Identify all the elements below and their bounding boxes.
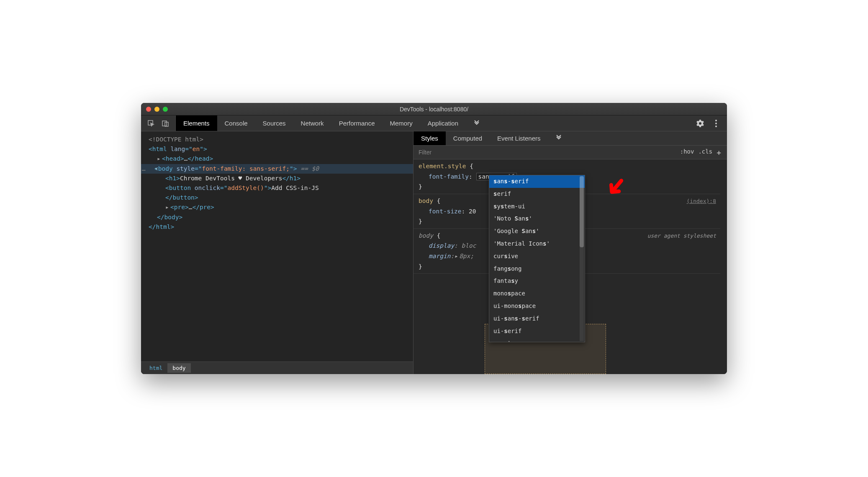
panel-tabs: Elements Console Sources Network Perform… (176, 115, 689, 131)
breadcrumb: html body (141, 362, 413, 374)
toolbar-right-icons (689, 115, 727, 131)
main-split: <!DOCTYPE html> <html lang="en"> ▸<head>… (141, 131, 727, 374)
autocomplete-popup: sans-serifserifsystem-ui'Noto Sans''Goog… (489, 175, 585, 342)
hov-button[interactable]: :hov (680, 148, 694, 157)
dom-head[interactable]: ▸<head>…</head> (149, 154, 413, 164)
autocomplete-option[interactable]: system-ui (489, 200, 585, 213)
tab-application[interactable]: Application (420, 115, 466, 131)
autocomplete-option[interactable]: fangsong (489, 263, 585, 275)
autocomplete-option[interactable]: ui-monospace (489, 300, 585, 313)
dom-html-open[interactable]: <html lang="en"> (149, 144, 413, 154)
new-rule-button[interactable]: + (716, 148, 721, 157)
autocomplete-option[interactable]: ui-sans-serif (489, 313, 585, 325)
autocomplete-option[interactable]: serif (489, 188, 585, 200)
styles-tab-event-listeners[interactable]: Event Listeners (490, 131, 548, 145)
annotation-arrow-icon (604, 176, 627, 199)
styles-tab-styles[interactable]: Styles (413, 131, 446, 145)
toolbar-left-icons (141, 115, 176, 131)
devtools-window: DevTools - localhost:8080/ Elements Cons… (141, 103, 727, 374)
autocomplete-option[interactable]: 'Material Icons' (489, 238, 585, 250)
autocomplete-option[interactable]: 'Google Sans' (489, 225, 585, 238)
autocomplete-scrollbar-thumb[interactable] (580, 176, 584, 247)
dom-body-open[interactable]: ▾<body style="font-family: sans-serif;">… (141, 164, 413, 174)
tab-elements[interactable]: Elements (176, 115, 217, 131)
tab-performance[interactable]: Performance (331, 115, 383, 131)
crumb-body[interactable]: body (167, 363, 190, 373)
window-title: DevTools - localhost:8080/ (141, 106, 727, 113)
styles-panel: Styles Computed Event Listeners :hov .cl… (413, 131, 727, 374)
expand-arrow-icon[interactable]: ▸ (454, 251, 459, 262)
dom-button-open[interactable]: <button onclick="addStyle()">Add CSS-in-… (149, 183, 413, 193)
kebab-menu-icon[interactable] (712, 119, 720, 128)
minimize-window-button[interactable] (154, 107, 159, 112)
tab-network[interactable]: Network (293, 115, 331, 131)
elements-panel: <!DOCTYPE html> <html lang="en"> ▸<head>… (141, 131, 413, 374)
inspect-element-icon[interactable] (147, 119, 155, 128)
dom-html-close[interactable]: </html> (149, 222, 413, 232)
css-rules: element.style { font-family: sans-serif;… (413, 159, 727, 374)
svg-point-5 (715, 126, 717, 127)
autocomplete-option[interactable]: fantasy (489, 275, 585, 287)
selector-body: body (419, 197, 433, 204)
gear-icon[interactable] (696, 119, 704, 128)
maximize-window-button[interactable] (163, 107, 168, 112)
selector-body-ua: body (419, 232, 433, 239)
dom-body-close[interactable]: </body> (149, 213, 413, 222)
autocomplete-option[interactable]: cursive (489, 250, 585, 263)
titlebar: DevTools - localhost:8080/ (141, 103, 727, 115)
rule-source-link[interactable]: (index):8 (687, 197, 716, 206)
autocomplete-option[interactable]: 'Noto Sans' (489, 213, 585, 225)
dom-h1[interactable]: <h1>Chrome DevTools ♥ Developers</h1> (149, 174, 413, 183)
dom-button-close[interactable]: </button> (149, 193, 413, 203)
styles-filter-row: :hov .cls + (413, 146, 727, 159)
tab-console[interactable]: Console (217, 115, 255, 131)
autocomplete-option[interactable]: unset (489, 337, 585, 342)
styles-filter-input[interactable] (413, 146, 674, 159)
dom-doctype[interactable]: <!DOCTYPE html> (149, 135, 413, 144)
dom-pre[interactable]: ▸<pre>…</pre> (149, 203, 413, 212)
device-toolbar-icon[interactable] (161, 119, 169, 128)
tabs-overflow-icon[interactable] (466, 115, 488, 131)
traffic-lights (146, 107, 168, 112)
selector-element-style: element.style (419, 163, 466, 169)
main-toolbar: Elements Console Sources Network Perform… (141, 115, 727, 131)
dom-tree[interactable]: <!DOCTYPE html> <html lang="en"> ▸<head>… (141, 131, 413, 362)
styles-tabs: Styles Computed Event Listeners (413, 131, 727, 146)
tab-memory[interactable]: Memory (383, 115, 420, 131)
svg-point-3 (715, 120, 717, 121)
crumb-html[interactable]: html (144, 363, 167, 373)
autocomplete-option[interactable]: ui-serif (489, 325, 585, 338)
svg-point-4 (715, 123, 717, 124)
close-window-button[interactable] (146, 107, 151, 112)
tab-sources[interactable]: Sources (255, 115, 293, 131)
cls-button[interactable]: .cls (698, 148, 712, 157)
autocomplete-option[interactable]: sans-serif (489, 175, 585, 188)
autocomplete-option[interactable]: monospace (489, 287, 585, 300)
styles-tabs-overflow-icon[interactable] (548, 131, 570, 145)
filter-buttons: :hov .cls + (674, 148, 727, 157)
svg-rect-1 (162, 121, 167, 126)
rule-source-text: user agent stylesheet (647, 231, 716, 241)
styles-tab-computed[interactable]: Computed (446, 131, 490, 145)
